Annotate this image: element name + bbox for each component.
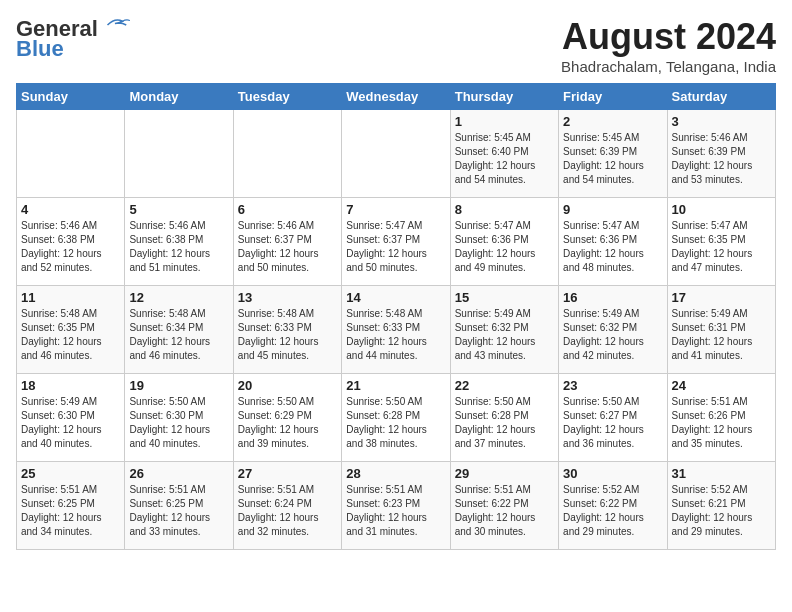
day-number: 22 [455,378,554,393]
day-number: 3 [672,114,771,129]
day-number: 23 [563,378,662,393]
day-content: Sunrise: 5:46 AM Sunset: 6:38 PM Dayligh… [129,219,228,275]
calendar-header: Sunday Monday Tuesday Wednesday Thursday… [17,84,776,110]
day-content: Sunrise: 5:46 AM Sunset: 6:37 PM Dayligh… [238,219,337,275]
day-content: Sunrise: 5:49 AM Sunset: 6:30 PM Dayligh… [21,395,120,451]
day-number: 24 [672,378,771,393]
table-row: 17Sunrise: 5:49 AM Sunset: 6:31 PM Dayli… [667,286,775,374]
day-content: Sunrise: 5:48 AM Sunset: 6:34 PM Dayligh… [129,307,228,363]
day-content: Sunrise: 5:49 AM Sunset: 6:32 PM Dayligh… [563,307,662,363]
table-row: 18Sunrise: 5:49 AM Sunset: 6:30 PM Dayli… [17,374,125,462]
table-row: 10Sunrise: 5:47 AM Sunset: 6:35 PM Dayli… [667,198,775,286]
day-number: 21 [346,378,445,393]
day-number: 6 [238,202,337,217]
day-content: Sunrise: 5:45 AM Sunset: 6:40 PM Dayligh… [455,131,554,187]
table-row: 20Sunrise: 5:50 AM Sunset: 6:29 PM Dayli… [233,374,341,462]
day-number: 30 [563,466,662,481]
day-content: Sunrise: 5:52 AM Sunset: 6:22 PM Dayligh… [563,483,662,539]
day-content: Sunrise: 5:47 AM Sunset: 6:36 PM Dayligh… [563,219,662,275]
table-row [17,110,125,198]
table-row: 25Sunrise: 5:51 AM Sunset: 6:25 PM Dayli… [17,462,125,550]
table-row: 15Sunrise: 5:49 AM Sunset: 6:32 PM Dayli… [450,286,558,374]
day-number: 10 [672,202,771,217]
day-number: 13 [238,290,337,305]
header-thursday: Thursday [450,84,558,110]
day-number: 29 [455,466,554,481]
day-number: 18 [21,378,120,393]
day-content: Sunrise: 5:51 AM Sunset: 6:22 PM Dayligh… [455,483,554,539]
day-content: Sunrise: 5:51 AM Sunset: 6:26 PM Dayligh… [672,395,771,451]
table-row: 22Sunrise: 5:50 AM Sunset: 6:28 PM Dayli… [450,374,558,462]
header-friday: Friday [559,84,667,110]
table-row: 5Sunrise: 5:46 AM Sunset: 6:38 PM Daylig… [125,198,233,286]
table-row: 28Sunrise: 5:51 AM Sunset: 6:23 PM Dayli… [342,462,450,550]
table-row: 9Sunrise: 5:47 AM Sunset: 6:36 PM Daylig… [559,198,667,286]
day-content: Sunrise: 5:49 AM Sunset: 6:32 PM Dayligh… [455,307,554,363]
table-row: 29Sunrise: 5:51 AM Sunset: 6:22 PM Dayli… [450,462,558,550]
table-row: 21Sunrise: 5:50 AM Sunset: 6:28 PM Dayli… [342,374,450,462]
location-subtitle: Bhadrachalam, Telangana, India [561,58,776,75]
day-number: 9 [563,202,662,217]
table-row: 23Sunrise: 5:50 AM Sunset: 6:27 PM Dayli… [559,374,667,462]
day-content: Sunrise: 5:50 AM Sunset: 6:30 PM Dayligh… [129,395,228,451]
day-content: Sunrise: 5:51 AM Sunset: 6:24 PM Dayligh… [238,483,337,539]
table-row: 6Sunrise: 5:46 AM Sunset: 6:37 PM Daylig… [233,198,341,286]
table-row: 26Sunrise: 5:51 AM Sunset: 6:25 PM Dayli… [125,462,233,550]
header-monday: Monday [125,84,233,110]
table-row: 1Sunrise: 5:45 AM Sunset: 6:40 PM Daylig… [450,110,558,198]
day-content: Sunrise: 5:47 AM Sunset: 6:36 PM Dayligh… [455,219,554,275]
month-year-title: August 2024 [561,16,776,58]
day-content: Sunrise: 5:49 AM Sunset: 6:31 PM Dayligh… [672,307,771,363]
table-row: 14Sunrise: 5:48 AM Sunset: 6:33 PM Dayli… [342,286,450,374]
day-number: 28 [346,466,445,481]
day-content: Sunrise: 5:50 AM Sunset: 6:27 PM Dayligh… [563,395,662,451]
logo-bird-icon [100,16,130,34]
table-row: 24Sunrise: 5:51 AM Sunset: 6:26 PM Dayli… [667,374,775,462]
day-number: 11 [21,290,120,305]
title-area: August 2024 Bhadrachalam, Telangana, Ind… [561,16,776,75]
header-sunday: Sunday [17,84,125,110]
day-number: 25 [21,466,120,481]
table-row: 31Sunrise: 5:52 AM Sunset: 6:21 PM Dayli… [667,462,775,550]
day-content: Sunrise: 5:50 AM Sunset: 6:28 PM Dayligh… [346,395,445,451]
day-number: 17 [672,290,771,305]
day-number: 27 [238,466,337,481]
day-number: 26 [129,466,228,481]
day-number: 8 [455,202,554,217]
day-content: Sunrise: 5:48 AM Sunset: 6:33 PM Dayligh… [346,307,445,363]
day-number: 16 [563,290,662,305]
day-number: 20 [238,378,337,393]
day-content: Sunrise: 5:46 AM Sunset: 6:39 PM Dayligh… [672,131,771,187]
day-content: Sunrise: 5:47 AM Sunset: 6:35 PM Dayligh… [672,219,771,275]
table-row: 19Sunrise: 5:50 AM Sunset: 6:30 PM Dayli… [125,374,233,462]
day-content: Sunrise: 5:50 AM Sunset: 6:28 PM Dayligh… [455,395,554,451]
day-content: Sunrise: 5:47 AM Sunset: 6:37 PM Dayligh… [346,219,445,275]
logo: General Blue [16,16,130,62]
table-row: 11Sunrise: 5:48 AM Sunset: 6:35 PM Dayli… [17,286,125,374]
day-number: 31 [672,466,771,481]
day-content: Sunrise: 5:46 AM Sunset: 6:38 PM Dayligh… [21,219,120,275]
day-number: 4 [21,202,120,217]
header-tuesday: Tuesday [233,84,341,110]
table-row: 2Sunrise: 5:45 AM Sunset: 6:39 PM Daylig… [559,110,667,198]
calendar-table: Sunday Monday Tuesday Wednesday Thursday… [16,83,776,550]
table-row [233,110,341,198]
day-number: 14 [346,290,445,305]
day-number: 15 [455,290,554,305]
day-number: 5 [129,202,228,217]
day-number: 7 [346,202,445,217]
day-content: Sunrise: 5:51 AM Sunset: 6:25 PM Dayligh… [129,483,228,539]
calendar-body: 1Sunrise: 5:45 AM Sunset: 6:40 PM Daylig… [17,110,776,550]
table-row: 13Sunrise: 5:48 AM Sunset: 6:33 PM Dayli… [233,286,341,374]
day-content: Sunrise: 5:48 AM Sunset: 6:35 PM Dayligh… [21,307,120,363]
table-row [125,110,233,198]
table-row: 3Sunrise: 5:46 AM Sunset: 6:39 PM Daylig… [667,110,775,198]
day-number: 1 [455,114,554,129]
page-header: General Blue August 2024 Bhadrachalam, T… [16,16,776,75]
day-number: 12 [129,290,228,305]
day-content: Sunrise: 5:52 AM Sunset: 6:21 PM Dayligh… [672,483,771,539]
day-number: 2 [563,114,662,129]
day-content: Sunrise: 5:51 AM Sunset: 6:23 PM Dayligh… [346,483,445,539]
day-content: Sunrise: 5:51 AM Sunset: 6:25 PM Dayligh… [21,483,120,539]
table-row [342,110,450,198]
